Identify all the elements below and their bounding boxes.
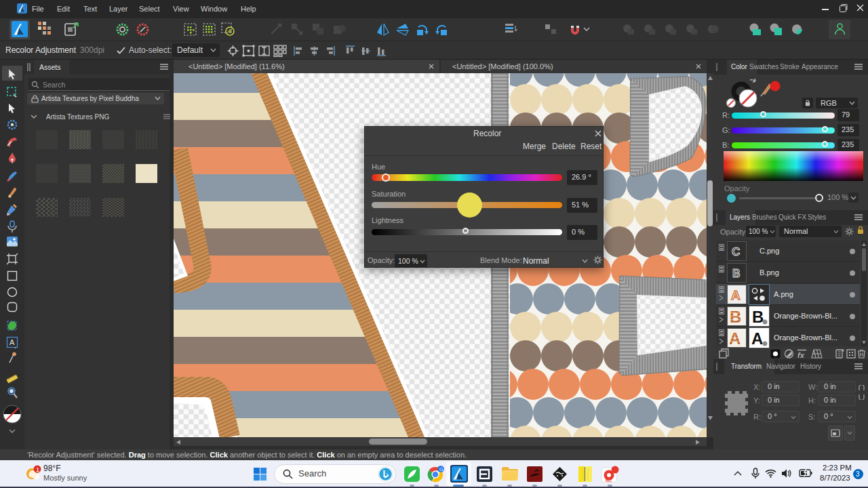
svg-text:REC: REC xyxy=(606,479,612,483)
svg-text:1: 1 xyxy=(36,466,39,473)
svg-text:A: A xyxy=(731,288,741,302)
svg-text:C: C xyxy=(732,245,740,258)
svg-text:B: B xyxy=(730,308,741,325)
svg-text:B: B xyxy=(752,308,764,325)
svg-text:A: A xyxy=(9,338,15,346)
svg-text:fx: fx xyxy=(797,351,805,359)
svg-text:A: A xyxy=(751,329,763,347)
svg-text:B: B xyxy=(732,268,741,279)
svg-text:G: G xyxy=(439,466,443,472)
svg-text:A: A xyxy=(729,329,741,347)
